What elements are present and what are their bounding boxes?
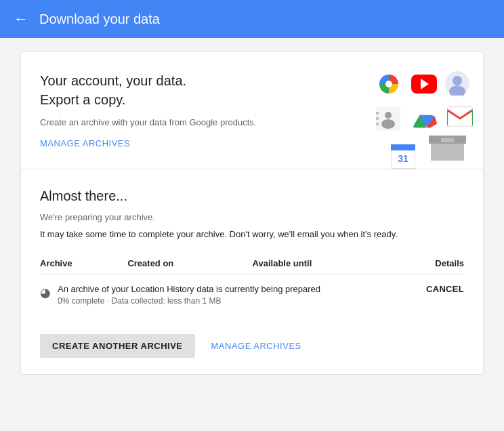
- top-card: Your account, your data. Export a copy. …: [20, 52, 484, 169]
- archive-sub: 0% complete · Data collected: less than …: [58, 296, 320, 306]
- top-card-text: Your account, your data. Export a copy. …: [40, 71, 256, 149]
- svg-point-6: [381, 119, 395, 129]
- archive-title: An archive of your Location History data…: [58, 284, 320, 294]
- col-archive: Archive: [40, 253, 127, 274]
- svg-point-2: [453, 76, 462, 85]
- svg-rect-18: [441, 138, 454, 142]
- card-actions: CREATE ANOTHER ARCHIVE MANAGE ARCHIVES: [40, 329, 464, 358]
- col-available: Available until: [253, 253, 414, 274]
- google-photos-icon: [376, 71, 402, 100]
- svg-rect-14: [391, 144, 415, 150]
- google-account-icon: [445, 71, 469, 98]
- cancel-cell: CANCEL: [413, 274, 464, 316]
- back-icon[interactable]: ←: [14, 10, 28, 28]
- top-manage-archives-link[interactable]: MANAGE ARCHIVES: [40, 138, 130, 148]
- clock-icon: ◕: [40, 285, 51, 300]
- bottom-card-info: It may take some time to complete your a…: [40, 229, 464, 239]
- svg-rect-7: [376, 112, 379, 115]
- table-row: ◕ An archive of your Location History da…: [40, 274, 464, 316]
- archive-row-text: An archive of your Location History data…: [58, 284, 320, 306]
- archive-box-icon: [429, 127, 466, 163]
- page-title: Download your data: [39, 12, 160, 27]
- archive-info-cell: ◕ An archive of your Location History da…: [40, 274, 413, 316]
- bottom-manage-archives-link[interactable]: MANAGE ARCHIVES: [211, 341, 301, 351]
- top-card-heading: Your account, your data. Export a copy.: [40, 71, 256, 109]
- svg-text:31: 31: [398, 153, 408, 164]
- svg-rect-8: [376, 117, 379, 120]
- google-calendar-icon: 31: [391, 144, 415, 171]
- bottom-card: Almost there... We're preparing your arc…: [20, 169, 484, 375]
- youtube-icon: [411, 71, 437, 94]
- google-products-icons: 31: [356, 71, 464, 152]
- cancel-button[interactable]: CANCEL: [426, 284, 464, 294]
- svg-point-0: [385, 81, 392, 87]
- app-header: ← Download your data: [0, 0, 504, 38]
- contacts-icon: [376, 106, 400, 134]
- col-details: Details: [413, 253, 464, 274]
- create-another-archive-button[interactable]: CREATE ANOTHER ARCHIVE: [40, 334, 195, 358]
- main-content: Your account, your data. Export a copy. …: [0, 38, 504, 388]
- gmail-icon: [447, 106, 473, 129]
- svg-point-5: [385, 112, 392, 119]
- bottom-card-heading: Almost there...: [40, 188, 464, 204]
- bottom-card-subtitle: We're preparing your archive.: [40, 212, 464, 222]
- top-card-description: Create an archive with your data from Go…: [40, 117, 256, 127]
- svg-rect-9: [376, 123, 379, 125]
- archive-table: Archive Created on Available until Detai…: [40, 253, 464, 315]
- col-created: Created on: [127, 253, 252, 274]
